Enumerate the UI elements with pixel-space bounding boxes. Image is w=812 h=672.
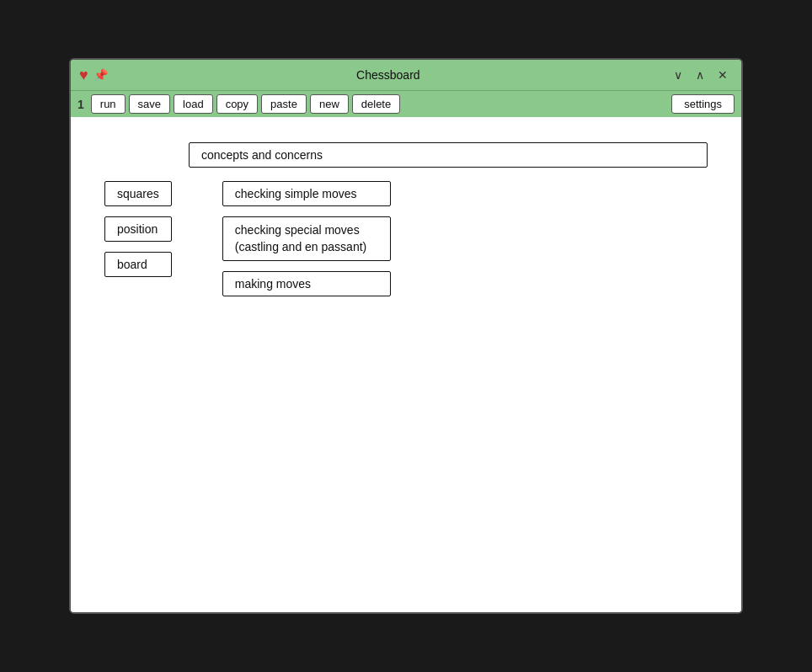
save-button[interactable]: save bbox=[129, 94, 170, 114]
heart-icon: ♥ bbox=[79, 67, 88, 84]
pin-icon: 📌 bbox=[93, 68, 108, 82]
load-button[interactable]: load bbox=[174, 94, 213, 114]
copy-button[interactable]: copy bbox=[216, 94, 258, 114]
squares-node[interactable]: squares bbox=[104, 181, 172, 206]
special-moves-node[interactable]: checking special moves(castling and en p… bbox=[222, 216, 391, 261]
toolbar: 1 run save load copy paste new delete se… bbox=[71, 90, 741, 117]
line-number: 1 bbox=[77, 98, 84, 111]
title-bar-controls: ∨ ∧ ✕ bbox=[669, 67, 733, 83]
title-bar-left: ♥ 📌 bbox=[79, 67, 108, 84]
simple-moves-node[interactable]: checking simple moves bbox=[222, 181, 391, 206]
close-button[interactable]: ✕ bbox=[713, 67, 733, 83]
minimize-button[interactable]: ∨ bbox=[669, 67, 687, 83]
content-area: concepts and concerns squares position b… bbox=[104, 142, 708, 307]
left-column: squares position board bbox=[104, 181, 172, 277]
top-node-wrapper: concepts and concerns bbox=[189, 142, 708, 168]
settings-button[interactable]: settings bbox=[671, 94, 735, 114]
new-button[interactable]: new bbox=[310, 94, 349, 114]
right-column: checking simple moves checking special m… bbox=[222, 181, 391, 296]
position-node[interactable]: position bbox=[104, 216, 172, 242]
delete-button[interactable]: delete bbox=[352, 94, 400, 114]
board-node[interactable]: board bbox=[104, 252, 172, 277]
main-content: concepts and concerns squares position b… bbox=[71, 117, 741, 612]
run-button[interactable]: run bbox=[91, 94, 126, 114]
columns-row: squares position board checking simple m… bbox=[104, 181, 708, 296]
paste-button[interactable]: paste bbox=[261, 94, 307, 114]
title-bar: ♥ 📌 Chessboard ∨ ∧ ✕ bbox=[71, 60, 741, 90]
main-window: ♥ 📌 Chessboard ∨ ∧ ✕ 1 run save load cop… bbox=[69, 58, 743, 614]
making-moves-node[interactable]: making moves bbox=[222, 271, 391, 296]
maximize-button[interactable]: ∧ bbox=[691, 67, 709, 83]
concepts-node[interactable]: concepts and concerns bbox=[189, 142, 708, 168]
window-title: Chessboard bbox=[108, 68, 669, 82]
